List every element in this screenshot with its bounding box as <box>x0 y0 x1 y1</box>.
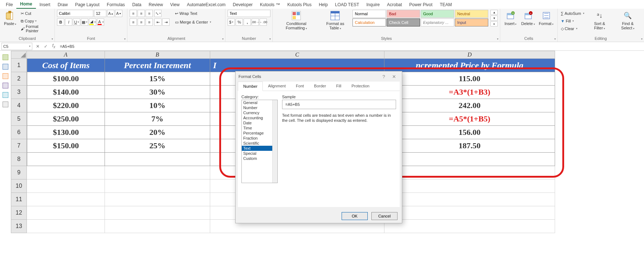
row-header[interactable]: 7 <box>11 139 27 153</box>
ribbon-tab[interactable]: Kutools Plus <box>284 1 315 9</box>
cancel-formula-button[interactable]: ✕ <box>34 44 42 49</box>
cancel-button[interactable]: Cancel <box>371 212 398 220</box>
cell[interactable]: 25% <box>105 139 210 153</box>
cell-style-option[interactable]: Good <box>421 10 454 18</box>
cell-style-option[interactable]: Normal <box>352 10 386 18</box>
decrease-decimal-button[interactable]: ←.00 <box>260 18 267 26</box>
ribbon-tab[interactable]: Inquire <box>363 1 383 9</box>
leftbar-item[interactable] <box>3 73 8 79</box>
cell[interactable] <box>27 193 105 206</box>
dialog-tab[interactable]: Border <box>309 82 331 91</box>
row-header[interactable]: 4 <box>11 99 27 112</box>
cell[interactable]: Percent Increment <box>105 59 210 72</box>
cell[interactable] <box>384 220 555 233</box>
formula-input[interactable]: =A5+B5 <box>58 44 644 49</box>
cell[interactable]: $140.00 <box>27 86 105 99</box>
dialog-titlebar[interactable]: Format Cells ? ✕ <box>236 71 402 82</box>
help-button[interactable]: ? <box>379 74 389 79</box>
styles-scroll-up[interactable]: ▲ <box>490 10 498 15</box>
cell-style-option[interactable]: Check Cell <box>387 18 420 26</box>
decrease-indent-button[interactable]: ⇤ <box>154 18 162 26</box>
scrollbar[interactable] <box>272 100 277 183</box>
clear-button[interactable]: ◇Clear <box>560 25 586 32</box>
orientation-button[interactable]: ⤡ <box>154 10 162 17</box>
row-header[interactable]: 8 <box>11 153 27 166</box>
cell[interactable]: 30% <box>105 86 210 99</box>
ribbon-tab[interactable]: Acrobat <box>383 1 405 9</box>
row-header[interactable]: 13 <box>11 220 27 233</box>
cell[interactable] <box>384 166 555 179</box>
insert-function-button[interactable]: fx <box>50 43 58 49</box>
cell-style-option[interactable]: Neutral <box>455 10 488 18</box>
cell-style-option[interactable]: Calculation <box>352 18 386 26</box>
format-painter-button[interactable]: 🖌Format Painter <box>20 25 52 32</box>
row-header[interactable]: 11 <box>11 193 27 206</box>
sort-filter-button[interactable]: ᵃ↓Sort & Filter <box>587 10 612 32</box>
number-format-select[interactable] <box>228 10 270 17</box>
increase-indent-button[interactable]: ⇥ <box>162 18 170 26</box>
leftbar-item[interactable] <box>3 54 8 60</box>
borders-button[interactable]: ▦ <box>81 18 88 26</box>
row-header[interactable]: 10 <box>11 179 27 193</box>
ok-button[interactable]: OK <box>342 212 368 220</box>
cell[interactable] <box>105 206 210 220</box>
conditional-formatting-button[interactable]: Conditional Formatting <box>275 10 318 32</box>
row-header[interactable]: 12 <box>11 206 27 220</box>
insert-cells-button[interactable]: +Insert <box>502 10 518 27</box>
leftbar-item[interactable] <box>3 102 8 107</box>
col-header[interactable]: D <box>384 51 555 59</box>
col-header[interactable]: C <box>210 51 384 59</box>
italic-button[interactable]: I <box>65 18 72 26</box>
cell[interactable]: I <box>210 59 384 72</box>
font-size-select[interactable] <box>94 10 106 17</box>
ribbon-tab[interactable]: Power Pivot <box>405 1 436 9</box>
cell-style-option[interactable]: Input <box>455 18 488 26</box>
close-button[interactable]: ✕ <box>389 74 399 79</box>
col-header[interactable]: B <box>105 51 210 59</box>
ribbon-tab[interactable]: Help <box>315 1 331 9</box>
select-all-corner[interactable] <box>11 51 27 59</box>
fill-color-button[interactable]: ◢ <box>89 18 96 26</box>
cell[interactable]: 242.00 <box>384 99 555 112</box>
font-family-select[interactable] <box>57 10 93 17</box>
font-color-button[interactable]: A <box>97 18 104 26</box>
cell[interactable]: 156.00 <box>384 126 555 139</box>
styles-more-button[interactable]: ▾ <box>490 21 498 26</box>
leftbar-item[interactable] <box>3 83 8 88</box>
cell[interactable] <box>105 153 210 166</box>
row-header[interactable]: 6 <box>11 126 27 139</box>
merge-center-button[interactable]: ▭Merge & Center <box>174 18 212 26</box>
align-right-button[interactable]: ≡ <box>146 18 153 26</box>
align-left-button[interactable]: ≡ <box>130 18 137 26</box>
row-header[interactable]: 1 <box>11 59 27 72</box>
cell[interactable]: 7% <box>105 112 210 126</box>
row-header[interactable]: 2 <box>11 72 27 86</box>
ribbon-tab[interactable]: File <box>2 1 16 9</box>
wrap-text-button[interactable]: ↩Wrap Text <box>174 10 212 17</box>
cell-styles-gallery[interactable]: NormalBadGoodNeutralCalculationCheck Cel… <box>352 10 488 26</box>
format-as-table-button[interactable]: Format as Table <box>319 10 351 32</box>
cell[interactable]: =A3*(1+B3) <box>384 86 555 99</box>
cell[interactable]: $100.00 <box>27 72 105 86</box>
row-header[interactable]: 3 <box>11 86 27 99</box>
copy-button[interactable]: ⧉Copy▾ <box>20 17 52 25</box>
cell[interactable] <box>105 166 210 179</box>
cell[interactable]: $150.00 <box>27 139 105 153</box>
cell[interactable] <box>384 193 555 206</box>
row-header[interactable]: 9 <box>11 166 27 179</box>
align-middle-button[interactable]: ≡ <box>138 10 145 17</box>
ribbon-tab[interactable]: Formulas <box>103 1 129 9</box>
cell[interactable] <box>105 179 210 193</box>
ribbon-tab[interactable]: AutomateExcel.com <box>183 1 229 9</box>
increase-font-button[interactable]: A▲ <box>107 10 114 17</box>
cell[interactable] <box>105 220 210 233</box>
underline-button[interactable]: U <box>73 18 80 26</box>
cell[interactable]: 10% <box>105 99 210 112</box>
find-select-button[interactable]: 🔍Find & Select <box>614 10 642 32</box>
ribbon-tab[interactable]: Review <box>145 1 166 9</box>
leftbar-item[interactable] <box>3 64 8 70</box>
ribbon-tab[interactable]: TEAM <box>436 1 455 9</box>
cell[interactable]: 187.50 <box>384 139 555 153</box>
ribbon-tab[interactable]: Data <box>129 1 145 9</box>
align-bottom-button[interactable]: ≡ <box>146 10 153 17</box>
